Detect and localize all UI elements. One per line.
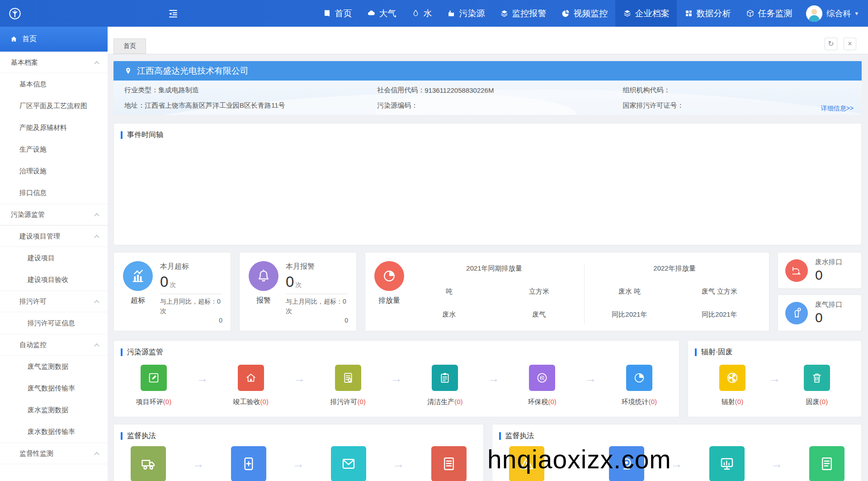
flow-item-warning[interactable]	[506, 446, 547, 481]
emission-2022: 2022年排放量 废水 吨 废气 立方米 同比2021年 同比2021年	[585, 263, 764, 331]
device-add-icon	[231, 446, 266, 481]
chevron-up-icon	[94, 343, 99, 348]
truck-icon	[131, 446, 166, 481]
water-outlet-count: 0	[815, 267, 842, 283]
sidebar-item-water-monitor-data[interactable]: 废水监测数据	[0, 399, 108, 421]
flow-arrow-icon: →	[571, 457, 582, 471]
sidebar-item-basic-archive[interactable]: 基本档案	[0, 52, 108, 73]
flow-item-document[interactable]	[428, 446, 470, 481]
sidebar-item-supervisory-monitor[interactable]: 监督性监测	[0, 443, 108, 464]
flow-item-record[interactable]	[806, 446, 848, 481]
close-button[interactable]: ×	[844, 38, 856, 50]
radiation-waste-card: 辐射·固废 辐射(0) → 固废(0)	[688, 340, 862, 417]
company-field-address: 地址：江西省上饶市高新区芦洋工业园B区长青路11号	[124, 100, 377, 111]
flow-item-mobile-task[interactable]	[228, 446, 269, 481]
gas-outlet-count: 0	[815, 310, 842, 325]
caret-down-icon: ▾	[855, 10, 858, 17]
sidebar-item-construction-mgmt[interactable]: 建设项目管理	[0, 225, 108, 247]
sidebar-item-capacity-materials[interactable]: 产能及原辅材料	[0, 117, 108, 138]
sidebar-item-discharge-permit-info[interactable]: 排污许可证信息	[0, 312, 108, 334]
barchart-icon	[123, 261, 153, 291]
window-buttons: ↻ ×	[825, 38, 856, 50]
grid-icon	[684, 9, 693, 18]
sidebar-item-pollution-supervision[interactable]: 污染源监管	[0, 204, 108, 225]
flow-item-radiation[interactable]: 辐射(0)	[712, 365, 753, 406]
sidebar-item-discharge-permit[interactable]: 排污许可	[0, 291, 108, 312]
cloud-icon	[367, 9, 376, 18]
flow-arrow-icon: →	[196, 371, 208, 386]
sidebar-item-home[interactable]: 首页	[0, 27, 108, 52]
flow-item-env-statistics[interactable]: 环境统计(0)	[618, 365, 660, 406]
flow-item-completion-acceptance[interactable]: 竣工验收(0)	[230, 365, 272, 406]
emission-card: 排放量 2021年同期排放量 吨 立方米 废水 废气	[365, 252, 769, 331]
sidebar-item-production-facility[interactable]: 生产设施	[0, 138, 108, 160]
flow-item-monitor-report[interactable]	[706, 446, 748, 481]
flow-item-env-tax[interactable]: 税 环保税(0)	[521, 365, 563, 406]
gas-outlet-card: 废气排口 0	[778, 295, 862, 331]
sidebar-item-gas-transfer-rate[interactable]: 废气数据传输率	[0, 377, 108, 399]
nav-item-air[interactable]: 大气	[359, 0, 404, 27]
flow-item-notice[interactable]	[328, 446, 369, 481]
chevron-up-icon	[94, 300, 99, 305]
company-field-industry-type: 行业类型：集成电路制造	[124, 85, 377, 96]
nav-item-task-monitor[interactable]: 任务监测	[738, 0, 800, 27]
flow-arrow-icon: →	[393, 457, 405, 471]
company-banner-header: 江西高盛达光电技术有限公司	[113, 61, 862, 81]
drop-icon	[411, 9, 420, 18]
nav-item-enterprise-archive[interactable]: 企业档案	[615, 0, 677, 27]
flow-arrow-icon: →	[488, 371, 500, 386]
company-info: 行业类型：集成电路制造 社会信用代码：91361122058830226M 组织…	[113, 81, 862, 115]
edit-icon	[141, 365, 167, 391]
report-icon	[809, 446, 844, 481]
flow-arrow-icon: →	[292, 457, 304, 471]
sidebar-item-construction-acceptance[interactable]: 建设项目验收	[0, 269, 108, 291]
emission-caption: 排放量	[378, 296, 400, 305]
bell-icon	[249, 261, 278, 291]
flow-item-discharge-permit[interactable]: 排污许可(0)	[327, 365, 369, 406]
nav-item-water[interactable]: 水	[404, 0, 439, 27]
flow-arrow-icon: →	[585, 371, 597, 386]
refresh-button[interactable]: ↻	[825, 38, 837, 50]
detail-info-link[interactable]: 详细信息>>	[821, 105, 854, 113]
sidebar-item-water-transfer-rate[interactable]: 废水数据传输率	[0, 421, 108, 443]
nav-item-monitor-alarm[interactable]: 监控报警	[492, 0, 554, 27]
flow-arrow-icon: →	[391, 371, 402, 386]
water-outlet-card: 废水排口 0	[778, 252, 862, 289]
tab-home[interactable]: 首页	[113, 38, 146, 54]
webcam-icon	[609, 446, 644, 481]
sidebar-item-outlet-info[interactable]: 排口信息	[0, 182, 108, 204]
nav-item-pollution-source[interactable]: 污染源	[439, 0, 492, 27]
sidebar-item-treatment-facility[interactable]: 治理设施	[0, 160, 108, 182]
flow-item-webcam[interactable]	[606, 446, 647, 481]
sidebar-item-construction-project[interactable]: 建设项目	[0, 247, 108, 269]
flow-arrow-icon: →	[193, 457, 204, 471]
company-field-credit-code: 社会信用代码：91361122058830226M	[377, 85, 623, 96]
event-timeline-card: 事件时间轴	[113, 123, 862, 245]
flow-item-clean-production[interactable]: 清洁生产(0)	[424, 365, 466, 406]
nav-item-video-monitor[interactable]: 视频监控	[554, 0, 615, 27]
sidebar: 首页 基本档案 基本信息 厂区平面及工艺流程图 产能及原辅材料 生产设施	[0, 27, 108, 481]
nav-item-data-analysis[interactable]: 数据分析	[677, 0, 738, 27]
factory-icon	[447, 9, 456, 18]
sidebar-item-basic-info[interactable]: 基本信息	[0, 73, 108, 95]
nav-item-home[interactable]: 首页	[315, 0, 359, 27]
user-menu[interactable]: 综合科 ▾	[800, 5, 868, 22]
exceed-title: 本月超标	[160, 262, 222, 271]
flow-item-solid-waste[interactable]: 固废(0)	[796, 365, 838, 406]
flow-arrow-icon: →	[671, 457, 683, 471]
flow-item-project-eia[interactable]: 项目环评(0)	[133, 365, 175, 406]
chimney-icon	[785, 302, 808, 324]
sidebar-item-auto-monitor[interactable]: 自动监控	[0, 334, 108, 356]
company-banner: 江西高盛达光电技术有限公司 行业类型：集成电路制造 社会信用代码：9136112…	[113, 61, 862, 115]
sidebar-item-gas-monitor-data[interactable]: 废气监测数据	[0, 356, 108, 377]
top-nav: 首页 大气 水 污染源 监控报警 视频监控 企业档案 数据分析	[315, 0, 800, 27]
flow-arrow-icon: →	[293, 371, 305, 386]
exceed-card: 超标 本月超标 0次 与上月同比，超标：0次0	[113, 252, 231, 331]
doc-icon	[335, 365, 361, 391]
flow-item-vehicle[interactable]	[127, 446, 169, 481]
flow-arrow-icon: →	[771, 457, 783, 471]
sidebar-item-plant-layout[interactable]: 厂区平面及工艺流程图	[0, 95, 108, 117]
menu-collapse-icon[interactable]	[167, 8, 179, 19]
statpie-icon	[626, 365, 652, 391]
chevron-up-icon	[94, 235, 99, 240]
